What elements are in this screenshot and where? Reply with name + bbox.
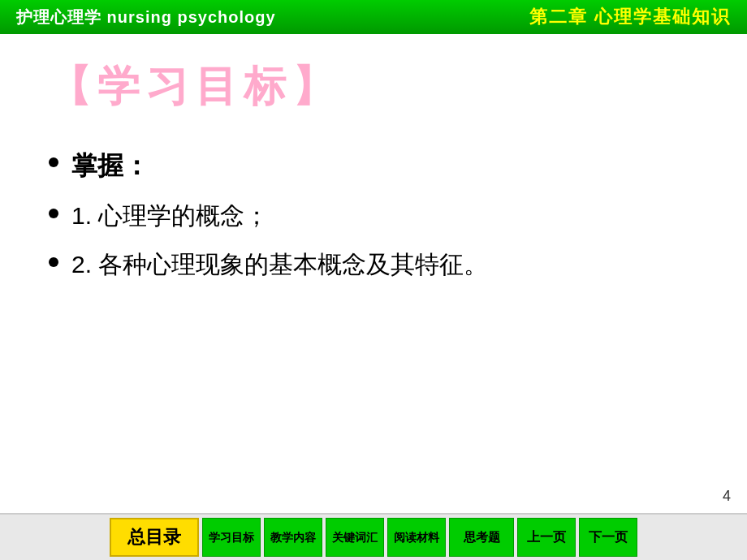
bullet-dot-1 [49,209,58,218]
bullet-dot-2 [49,257,58,267]
bracket-left: 【 [49,62,97,110]
btn-study-goals[interactable]: 学习目标 [202,518,261,557]
list-text-2: 2. 各种心理现象的基本概念及其特征。 [71,248,488,282]
btn-next-page[interactable]: 下一页 [579,518,637,557]
header-title-left: 护理心理学 nursing psychology [16,6,276,28]
footer-nav: 总目录 学习目标 教学内容 关键词汇 阅读材料 思考题 上一页 下一页 [0,513,747,560]
header-bar: 护理心理学 nursing psychology 第二章 心理学基础知识 [0,0,747,34]
header-title-right: 第二章 心理学基础知识 [529,5,731,29]
main-content: 【学习目标】 掌握： 1. 心理学的概念； 2. 各种心理现象的基本概念及其特征… [0,34,747,513]
btn-main-menu[interactable]: 总目录 [110,518,199,557]
bracket-right: 】 [292,62,341,110]
btn-prev-page[interactable]: 上一页 [517,518,576,557]
title-text: 学习目标 [97,62,292,110]
btn-reading-material[interactable]: 阅读材料 [387,518,446,557]
btn-teaching-content[interactable]: 教学内容 [264,518,322,557]
list-text-0: 掌握： [71,148,149,184]
list-text-1: 1. 心理学的概念； [71,199,269,233]
bullet-dot-0 [49,157,58,167]
list-item-0: 掌握： [49,148,698,184]
content-list: 掌握： 1. 心理学的概念； 2. 各种心理现象的基本概念及其特征。 [49,148,698,282]
btn-keywords[interactable]: 关键词汇 [326,518,384,557]
list-item-1: 1. 心理学的概念； [49,199,698,233]
page-number: 4 [723,488,731,505]
section-title: 【学习目标】 [49,58,698,115]
list-item-2: 2. 各种心理现象的基本概念及其特征。 [49,248,698,282]
btn-review-questions[interactable]: 思考题 [449,518,514,557]
